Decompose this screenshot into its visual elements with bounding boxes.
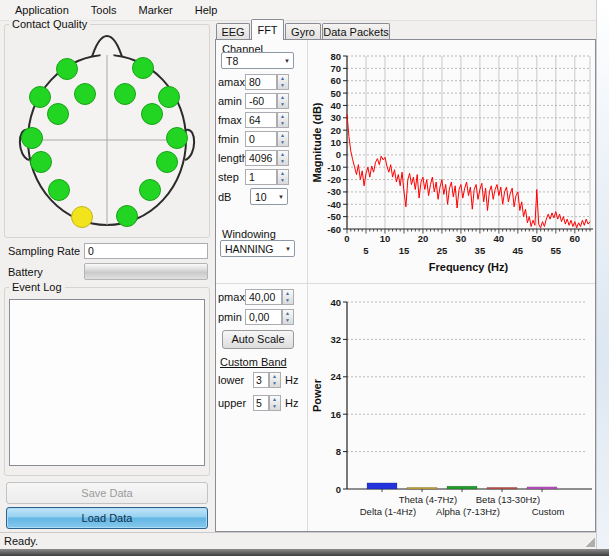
svg-text:40: 40 — [330, 100, 341, 111]
sensor-FC5 — [48, 104, 69, 125]
amin-label: amin — [218, 95, 242, 107]
sensor-T8 — [167, 128, 188, 149]
tab-gyro[interactable]: Gyro — [285, 23, 321, 40]
length-input[interactable]: 4096 — [245, 150, 277, 166]
svg-text:55: 55 — [551, 245, 562, 256]
svg-text:-60: -60 — [327, 224, 341, 235]
pmin-input[interactable]: 0,00 — [245, 309, 282, 325]
pmax-label: pmax — [218, 291, 245, 303]
svg-text:32: 32 — [330, 334, 341, 345]
fmax-spinner[interactable] — [277, 112, 289, 128]
sampling-rate-value: 0 — [84, 243, 208, 259]
load-data-button[interactable]: Load Data — [6, 507, 208, 529]
menu-application[interactable]: Application — [4, 2, 80, 18]
resize-grip[interactable] — [585, 536, 595, 547]
svg-text:60: 60 — [330, 75, 341, 86]
svg-text:50: 50 — [532, 233, 543, 244]
status-text: Ready. — [4, 535, 38, 547]
svg-text:35: 35 — [475, 245, 486, 256]
tab-eeg[interactable]: EEG — [216, 23, 250, 40]
sensor-AF3 — [57, 59, 78, 80]
amax-spinner[interactable] — [277, 74, 289, 90]
battery-label: Battery — [8, 266, 43, 278]
fmin-label: fmin — [218, 133, 239, 145]
head-map — [5, 27, 209, 237]
svg-text:5: 5 — [363, 245, 369, 256]
svg-text:Alpha (7-13Hz): Alpha (7-13Hz) — [436, 506, 500, 517]
length-spinner[interactable] — [277, 150, 289, 166]
svg-text:20: 20 — [418, 233, 429, 244]
menu-help[interactable]: Help — [184, 2, 229, 18]
svg-text:10: 10 — [330, 137, 341, 148]
svg-text:-50: -50 — [327, 211, 341, 222]
amax-input[interactable]: 80 — [245, 74, 277, 90]
svg-text:50: 50 — [330, 88, 341, 99]
svg-text:-30: -30 — [327, 186, 341, 197]
tab-data-packets[interactable]: Data Packets — [322, 23, 390, 40]
sensor-CMS — [31, 152, 52, 173]
fmin-spinner[interactable] — [277, 131, 289, 147]
svg-text:Delta (1-4Hz): Delta (1-4Hz) — [360, 506, 417, 517]
svg-text:0: 0 — [336, 484, 341, 495]
svg-text:60: 60 — [570, 233, 581, 244]
svg-text:80: 80 — [330, 51, 341, 62]
amin-spinner[interactable] — [277, 93, 289, 109]
pmin-spinner[interactable] — [282, 309, 294, 325]
svg-text:30: 30 — [330, 112, 341, 123]
event-log-title: Event Log — [9, 281, 65, 293]
save-data-button[interactable]: Save Data — [6, 482, 208, 504]
svg-text:45: 45 — [513, 245, 524, 256]
windowing-label: Windowing — [222, 228, 276, 240]
upper-unit-label: Hz — [285, 397, 298, 409]
svg-text:0: 0 — [344, 233, 349, 244]
fmax-input[interactable]: 64 — [245, 112, 277, 128]
menu-bar: Application Tools Marker Help — [0, 0, 609, 21]
fft-magnitude-chart: 80706050403020100-10-20-30-40-50-6005101… — [310, 41, 596, 284]
pmax-input[interactable]: 40,00 — [245, 289, 282, 305]
fmin-input[interactable]: 0 — [245, 131, 277, 147]
lower-input[interactable]: 3 — [253, 372, 269, 388]
svg-text:Power: Power — [311, 378, 323, 412]
pmax-spinner[interactable] — [282, 289, 294, 305]
sensor-T7 — [22, 128, 43, 149]
svg-text:-10: -10 — [327, 162, 341, 173]
sampling-rate-label: Sampling Rate — [8, 245, 80, 257]
menu-tools[interactable]: Tools — [80, 2, 128, 18]
svg-text:Magnitude (dB): Magnitude (dB) — [311, 102, 323, 182]
svg-text:Beta (13-30Hz): Beta (13-30Hz) — [476, 494, 540, 505]
db-select[interactable]: 10 — [250, 188, 288, 205]
pmin-label: pmin — [218, 311, 242, 323]
upper-input[interactable]: 5 — [253, 395, 269, 411]
upper-label: upper — [218, 397, 246, 409]
menu-marker[interactable]: Marker — [128, 2, 184, 18]
event-log-list[interactable] — [9, 299, 205, 466]
sensor-P7 — [49, 180, 70, 201]
lower-spinner[interactable] — [269, 372, 281, 388]
svg-text:15: 15 — [399, 245, 410, 256]
db-label: dB — [218, 191, 231, 203]
band-power-chart: 0816243240Delta (1-4Hz)Theta (4-7Hz)Alph… — [310, 287, 596, 530]
window-bottom-edge — [0, 549, 609, 556]
step-label: step — [218, 171, 239, 183]
svg-text:Theta (4-7Hz): Theta (4-7Hz) — [399, 494, 458, 505]
sensor-F7 — [30, 87, 51, 108]
svg-text:40: 40 — [330, 297, 341, 308]
svg-text:40: 40 — [494, 233, 505, 244]
contact-quality-title: Contact Quality — [9, 18, 90, 30]
channel-select[interactable]: T8 — [221, 52, 294, 69]
svg-text:70: 70 — [330, 63, 341, 74]
battery-bar — [84, 263, 208, 280]
sensor-O2 — [117, 206, 138, 227]
desktop-edge — [596, 0, 609, 549]
sensor-AF4 — [133, 58, 154, 79]
svg-text:-40: -40 — [327, 199, 341, 210]
sensor-DRL — [157, 152, 178, 173]
step-input[interactable]: 1 — [245, 169, 277, 185]
step-spinner[interactable] — [277, 169, 289, 185]
auto-scale-button[interactable]: Auto Scale — [222, 330, 294, 349]
svg-text:Custom: Custom — [532, 506, 565, 517]
tab-fft[interactable]: FFT — [251, 19, 284, 40]
windowing-select[interactable]: HANNING — [220, 240, 295, 257]
amin-input[interactable]: -60 — [245, 93, 277, 109]
upper-spinner[interactable] — [269, 395, 281, 411]
